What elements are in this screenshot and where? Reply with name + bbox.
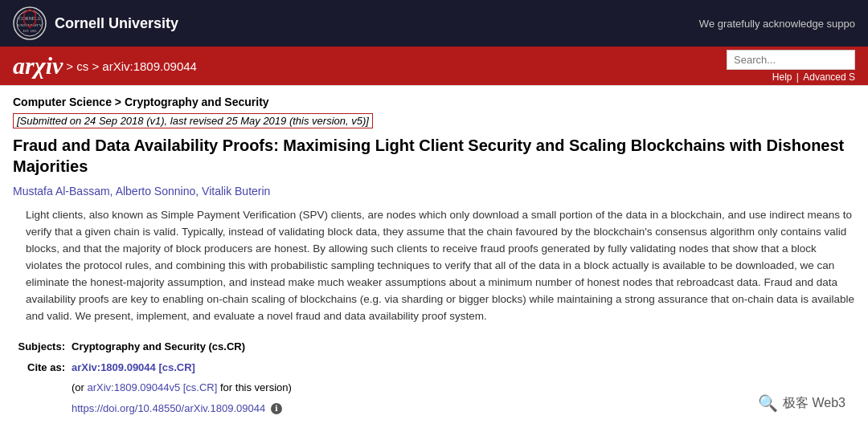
arxiv-logo-iv: iv bbox=[46, 52, 63, 79]
arxiv-logo-ar: ar bbox=[13, 52, 35, 79]
cornell-logo: CORNELL UNIVERSITY EST. 1865 Cornell Uni… bbox=[13, 6, 178, 40]
doi-row: https://doi.org/10.48550/arXiv.1809.0904… bbox=[13, 399, 855, 418]
arxiv-nav: arχiv > cs > arXiv:1809.09044 bbox=[13, 52, 197, 79]
subjects-label: Subjects: bbox=[13, 337, 65, 356]
cite-or-row: (or arXiv:1809.09044v5 [cs.CR] for this … bbox=[13, 378, 855, 397]
cite-arxiv-link[interactable]: arXiv:1809.09044 [cs.CR] bbox=[72, 361, 195, 373]
submission-date-badge: [Submitted on 24 Sep 2018 (v1), last rev… bbox=[13, 113, 373, 128]
doi-info-icon: ℹ bbox=[271, 403, 282, 414]
cite-v5-link[interactable]: arXiv:1809.09044v5 [cs.CR] bbox=[88, 381, 218, 393]
abstract-text: Light clients, also known as Simple Paym… bbox=[13, 207, 855, 324]
cite-row: Cite as: arXiv:1809.09044 [cs.CR] bbox=[13, 358, 855, 377]
cornell-seal-icon: CORNELL UNIVERSITY EST. 1865 bbox=[13, 6, 47, 40]
cite-or-label bbox=[13, 378, 65, 397]
svg-text:CORNELL: CORNELL bbox=[18, 16, 41, 21]
cornell-university-label: Cornell University bbox=[55, 15, 178, 32]
subjects-value: Cryptography and Security (cs.CR) bbox=[72, 337, 245, 356]
author-3-link[interactable]: Vitalik Buterin bbox=[202, 185, 270, 198]
watermark: 🔍 极客 Web3 bbox=[751, 390, 852, 416]
subjects-bold: Cryptography and Security (cs.CR) bbox=[72, 340, 245, 352]
watermark-icon: 🔍 bbox=[758, 393, 778, 413]
doi-link[interactable]: https://doi.org/10.48550/arXiv.1809.0904… bbox=[72, 402, 265, 414]
arxiv-logo-x: χ bbox=[35, 52, 46, 79]
cite-value: arXiv:1809.09044 [cs.CR] bbox=[72, 358, 195, 377]
author-2-link[interactable]: Alberto Sonnino bbox=[116, 185, 196, 198]
search-links: Help | Advanced S bbox=[772, 71, 855, 83]
paper-title: Fraud and Data Availability Proofs: Maxi… bbox=[13, 135, 855, 177]
arxiv-header: arχiv > cs > arXiv:1809.09044 Help | Adv… bbox=[0, 47, 868, 85]
subject-text: Computer Science > Cryptography and Secu… bbox=[13, 96, 269, 108]
acknowledgement-text: We gratefully acknowledge suppo bbox=[699, 18, 855, 30]
help-link[interactable]: Help bbox=[772, 71, 792, 83]
authors-line: Mustafa Al-Bassam, Alberto Sonnino, Vita… bbox=[13, 185, 855, 198]
search-box: Help | Advanced S bbox=[727, 50, 855, 83]
svg-text:EST. 1865: EST. 1865 bbox=[23, 29, 37, 33]
arxiv-breadcrumb: > cs > arXiv:1809.09044 bbox=[66, 59, 197, 73]
cite-label: Cite as: bbox=[13, 358, 65, 377]
author-1-link[interactable]: Mustafa Al-Bassam bbox=[13, 185, 110, 198]
main-content: Computer Science > Cryptography and Secu… bbox=[0, 86, 868, 429]
watermark-text: 极客 Web3 bbox=[783, 395, 845, 412]
cite-or-value: (or arXiv:1809.09044v5 [cs.CR] for this … bbox=[72, 378, 292, 397]
subjects-row: Subjects: Cryptography and Security (cs.… bbox=[13, 337, 855, 356]
doi-value: https://doi.org/10.48550/arXiv.1809.0904… bbox=[72, 399, 282, 418]
subject-line: Computer Science > Cryptography and Secu… bbox=[13, 96, 855, 108]
search-divider: | bbox=[796, 71, 801, 83]
doi-label bbox=[13, 399, 65, 418]
advanced-search-link[interactable]: Advanced S bbox=[803, 71, 855, 83]
top-bar: CORNELL UNIVERSITY EST. 1865 Cornell Uni… bbox=[0, 0, 868, 47]
arxiv-logo[interactable]: arχiv bbox=[13, 52, 63, 79]
meta-section: Subjects: Cryptography and Security (cs.… bbox=[13, 337, 855, 418]
search-input[interactable] bbox=[727, 50, 855, 70]
